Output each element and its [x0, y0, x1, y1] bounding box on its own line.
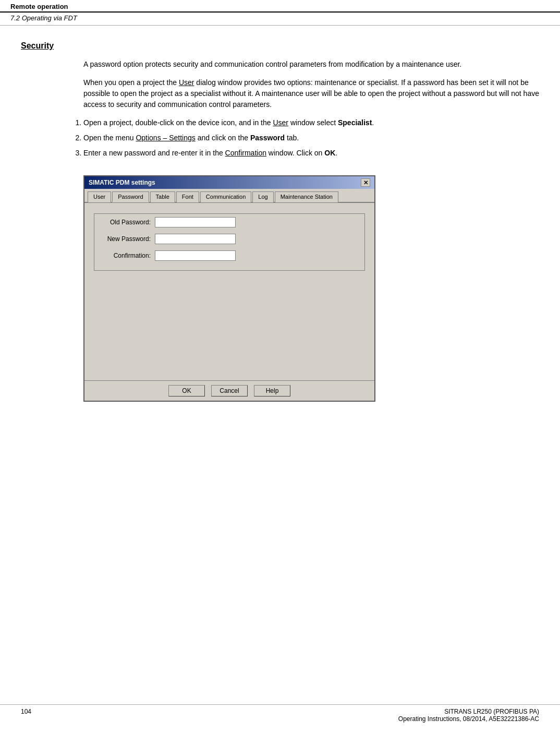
dialog-titlebar: SIMATIC PDM settings ✕ [84, 176, 374, 189]
tab-maintenance-station[interactable]: Maintenance Station [275, 191, 338, 202]
step-2: Open the menu Options – Settings and cli… [83, 133, 539, 143]
section-title: 7.2 Operating via FDT [10, 14, 77, 22]
user-ref: User [273, 118, 288, 127]
confirmation-input[interactable] [155, 250, 236, 261]
dialog-window: SIMATIC PDM settings ✕ User Password Tab… [83, 175, 375, 402]
options-settings-ref: Options – Settings [136, 134, 195, 142]
step-list: Open a project, double-click on the devi… [83, 117, 539, 159]
product-name: SITRANS LR250 (PROFIBUS PA) [398, 708, 539, 715]
tab-font[interactable]: Font [176, 191, 199, 202]
dialog-title: SIMATIC PDM settings [89, 179, 155, 186]
ok-button[interactable]: OK [168, 385, 205, 396]
dialog-inner-border: Old Password: New Password: Confirmation… [94, 213, 365, 271]
dialog-footer: OK Cancel Help [84, 380, 374, 401]
help-button[interactable]: Help [254, 385, 290, 396]
specialist-ref: Specialist [338, 118, 372, 127]
page-subheader: 7.2 Operating via FDT [0, 13, 560, 26]
step-1: Open a project, double-click on the devi… [83, 117, 539, 128]
doc-ref: Operating Instructions, 08/2014, A5E3222… [398, 715, 539, 723]
dialog-tabs: User Password Table Font Communication L… [84, 189, 374, 203]
password-tab-ref: Password [250, 134, 285, 142]
new-password-row: New Password: [98, 234, 361, 244]
chapter-title: Remote operation [10, 3, 68, 10]
tab-log[interactable]: Log [252, 191, 273, 202]
new-password-input[interactable] [155, 234, 236, 244]
cancel-button[interactable]: Cancel [211, 385, 248, 396]
old-password-input[interactable] [155, 217, 236, 227]
ok-ref: OK [324, 149, 335, 157]
section-heading: Security [21, 41, 539, 51]
page-footer: 104 SITRANS LR250 (PROFIBUS PA) Operatin… [0, 704, 560, 723]
new-password-label: New Password: [98, 235, 155, 243]
page-number: 104 [21, 708, 31, 723]
confirmation-row: Confirmation: [98, 250, 361, 261]
tab-table[interactable]: Table [150, 191, 175, 202]
doc-info: SITRANS LR250 (PROFIBUS PA) Operating In… [398, 708, 539, 723]
step-3: Enter a new password and re-enter it in … [83, 148, 539, 159]
old-password-label: Old Password: [98, 219, 155, 226]
tab-communication[interactable]: Communication [200, 191, 251, 202]
tab-password[interactable]: Password [112, 191, 149, 202]
confirmation-label: Confirmation: [98, 252, 155, 259]
dialog-body: Old Password: New Password: Confirmation… [84, 203, 374, 380]
paragraph-2: When you open a project the User dialog … [83, 77, 539, 110]
tab-user[interactable]: User [88, 191, 111, 202]
confirmation-ref: Confirmation [225, 149, 266, 157]
old-password-row: Old Password: [98, 217, 361, 227]
main-content: Security A password option protects secu… [0, 26, 560, 423]
user-underline: User [179, 78, 194, 87]
paragraph-1: A password option protects security and … [83, 59, 539, 70]
dialog-close-button[interactable]: ✕ [361, 178, 370, 187]
dialog-container: SIMATIC PDM settings ✕ User Password Tab… [83, 175, 375, 402]
page-header: Remote operation [0, 0, 560, 13]
